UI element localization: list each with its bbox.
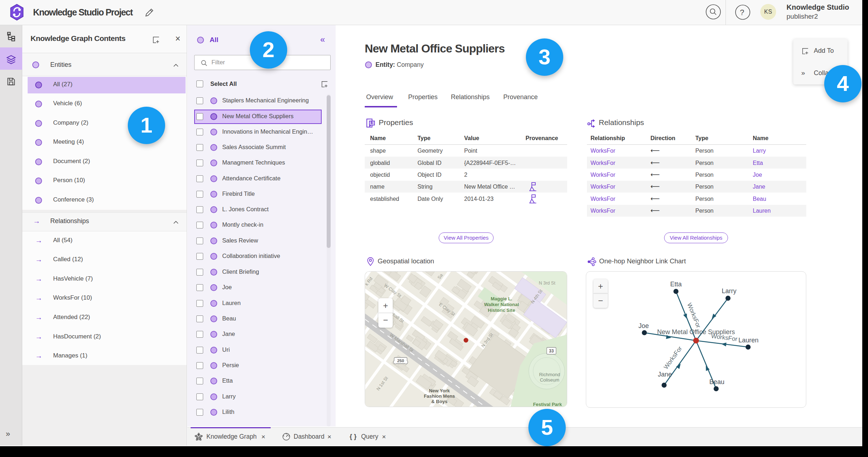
svg-text:WorksFor: WorksFor <box>662 345 683 370</box>
svg-text:Festival Park: Festival Park <box>533 402 562 407</box>
svg-text:Richmond: Richmond <box>539 372 560 377</box>
svg-text:Jane: Jane <box>658 371 672 378</box>
svg-text:N 3rd St: N 3rd St <box>539 281 555 286</box>
svg-text:Joe: Joe <box>638 322 649 329</box>
svg-text:250: 250 <box>397 359 404 363</box>
svg-text:New York: New York <box>429 388 450 393</box>
svg-text:33: 33 <box>549 348 554 354</box>
svg-text:Larry: Larry <box>722 287 736 295</box>
svg-text:Coliseum: Coliseum <box>540 377 559 383</box>
svg-text:Fashion Mens: Fashion Mens <box>424 393 455 399</box>
svg-text:Maggie L.: Maggie L. <box>491 296 512 301</box>
svg-text:WorksFor: WorksFor <box>686 302 702 329</box>
svg-text:& Boys: & Boys <box>431 399 448 404</box>
svg-text:Lauren: Lauren <box>738 337 759 344</box>
svg-text:Beau: Beau <box>709 378 724 386</box>
svg-text:Walker National: Walker National <box>484 302 519 307</box>
svg-text:Etta: Etta <box>670 281 682 288</box>
svg-text:Historic Site: Historic Site <box>488 308 515 313</box>
